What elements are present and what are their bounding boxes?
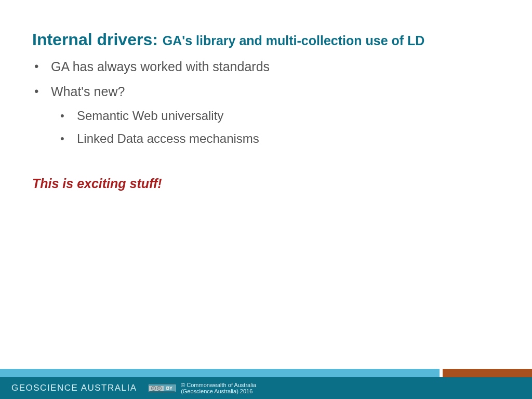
cc-badge-left: c i — [149, 385, 164, 391]
bullet-text: Semantic Web universality — [77, 109, 223, 123]
slide-title: Internal drivers: GA's library and multi… — [32, 30, 500, 49]
bullet-text: Linked Data access mechanisms — [77, 131, 259, 146]
bullet-dot-icon: • — [32, 59, 51, 74]
copyright-line2: (Geoscience Australia) 2016 — [181, 388, 256, 394]
title-main: Internal drivers: — [32, 30, 163, 49]
list-item: • Semantic Web universality — [58, 109, 500, 123]
bullet-dot-icon: • — [58, 131, 77, 146]
title-sub: GA's library and multi-collection use of… — [163, 33, 425, 48]
cc-person-icon: i — [157, 386, 162, 391]
copyright-line1: © Commonwealth of Australia — [181, 382, 256, 388]
bullet-text: GA has always worked with standards — [51, 59, 270, 74]
footer-bar: GEOSCIENCE AUSTRALIA c i BY © Commonweal… — [0, 377, 532, 399]
list-item: • Linked Data access mechanisms — [58, 131, 500, 146]
cc-badge-right: BY — [164, 385, 176, 391]
cc-license-badge: c i BY — [149, 384, 176, 392]
callout-text: This is exciting stuff! — [32, 176, 500, 191]
bullet-dot-icon: • — [32, 84, 51, 99]
slide-content: Internal drivers: GA's library and multi… — [32, 30, 500, 191]
bullet-dot-icon: • — [58, 109, 77, 123]
copyright-text: © Commonwealth of Australia (Geoscience … — [181, 382, 256, 394]
org-name: GEOSCIENCE AUSTRALIA — [11, 383, 137, 393]
bullet-list-level1: • GA has always worked with standards • … — [32, 59, 500, 146]
bullet-text: What's new? — [51, 84, 125, 99]
accent-stripe-brown — [443, 369, 532, 377]
cc-circle-icon: c — [151, 386, 156, 391]
bullet-list-level2: • Semantic Web universality • Linked Dat… — [58, 109, 500, 146]
list-item: • What's new? — [32, 84, 500, 99]
slide: Internal drivers: GA's library and multi… — [0, 0, 532, 399]
list-item: • GA has always worked with standards — [32, 59, 500, 74]
